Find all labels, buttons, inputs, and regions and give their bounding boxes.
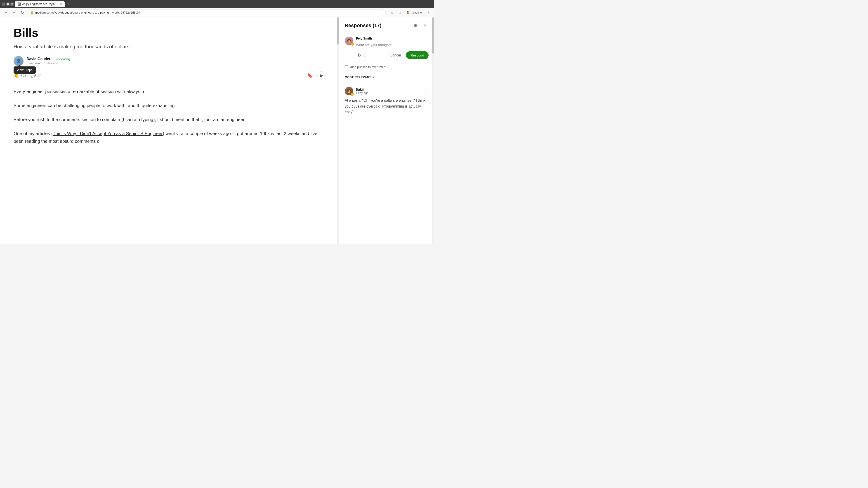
more-options-icon[interactable]: ⋮ — [426, 10, 431, 15]
scrollbar-track — [337, 18, 339, 244]
window-controls: — ⬜ ✕ — [2, 2, 13, 6]
article-title: Bills — [13, 26, 326, 39]
cancel-button[interactable]: Cancel — [387, 52, 404, 59]
comment-name-time: Bakii 1 day ago — [355, 88, 368, 95]
article-area: Bills How a viral article is making me t… — [0, 18, 339, 244]
compose-input[interactable] — [356, 41, 429, 48]
tab-search-icon[interactable]: ⊡ — [397, 10, 403, 15]
url-text: medium.com/@davidgoudet/angry-engineers-… — [35, 11, 383, 14]
publish-row: Also publish to my profile — [339, 63, 434, 72]
article-paragraph-2: Some engineers can be challenging people… — [13, 102, 326, 109]
tab-close-icon[interactable]: ✕ — [60, 2, 62, 6]
comment-icon: 💬 — [31, 73, 36, 78]
author-meta: 5 min read · 1 day ago — [27, 61, 70, 65]
article-subtitle: How a viral article is making me thousan… — [13, 44, 326, 50]
dot-separator: · — [53, 57, 53, 61]
close-icon: ✕ — [423, 23, 427, 28]
listen-button[interactable]: ▶ — [317, 71, 326, 79]
article-body: Every engineer possesses a remarkable ob… — [13, 88, 326, 145]
maximize-button[interactable]: ⬜ — [6, 2, 9, 6]
comments-list: 🧑 ✦ Bakii 1 day ago ··· — [339, 82, 434, 244]
respond-button[interactable]: Respond — [406, 51, 429, 59]
compose-top: 🧑 ✦ Fely Smith — [345, 37, 429, 48]
shield-icon-button[interactable]: ⚙ — [412, 22, 419, 29]
responses-panel: Responses (17) ⚙ ✕ 🧑 ✦ Fely Smith — [339, 18, 434, 244]
responses-scrollbar — [432, 18, 434, 244]
close-responses-button[interactable]: ✕ — [421, 22, 429, 29]
article-actions: 👏 898 💬 17 🔖 ▶ — [13, 70, 326, 79]
forward-button[interactable]: → — [11, 9, 17, 16]
comment-author-info: 🧑 ✦ Bakii 1 day ago — [345, 87, 368, 95]
compose-toolbar: B i Cancel Respond — [345, 51, 429, 59]
comment-count: 17 — [37, 74, 41, 77]
clap-count: 898 — [21, 74, 26, 77]
sort-bar: MOST RELEVANT ▾ — [339, 72, 434, 82]
reload-button[interactable]: ↻ — [19, 9, 25, 16]
incognito-button[interactable]: 🕵 Incognito — [405, 10, 424, 15]
responses-header: Responses (17) ⚙ ✕ — [339, 18, 434, 33]
browser-action-icons: ☆ ⊡ 🕵 Incognito ⋮ — [389, 10, 431, 15]
responses-scrollbar-thumb[interactable] — [432, 18, 434, 54]
author-info: David Goudet · Following 5 min read · 1 … — [27, 57, 70, 65]
address-bar[interactable]: 🔒 medium.com/@davidgoudet/angry-engineer… — [27, 9, 385, 16]
italic-format-button[interactable]: i — [363, 52, 367, 59]
comment-button[interactable]: 💬 17 — [31, 73, 41, 78]
shield-icon: ⚙ — [413, 23, 417, 28]
publish-label: Also publish to my profile — [350, 65, 385, 69]
clap-icon: 👏 — [13, 73, 19, 78]
new-tab-button[interactable]: + — [65, 1, 71, 7]
tab-bar: M Angry Engineers Are Paying M... ✕ + — [15, 1, 432, 7]
back-button[interactable]: ← — [3, 9, 9, 16]
comment-author-name: Bakii — [355, 88, 368, 91]
article-link[interactable]: This is Why I Didn't Accept You as a Sen… — [53, 131, 162, 136]
author-name: David Goudet — [27, 57, 50, 61]
author-row: 👤 David Goudet · Following 5 min read · … — [13, 56, 326, 66]
compose-input-area: Fely Smith — [356, 37, 429, 48]
responses-title: Responses (17) — [345, 23, 381, 29]
author-avatar: 👤 — [13, 56, 24, 66]
minimize-button[interactable]: — — [2, 2, 5, 6]
active-tab[interactable]: M Angry Engineers Are Paying M... ✕ — [15, 1, 65, 7]
comment-header: 🧑 ✦ Bakii 1 day ago ··· — [345, 87, 429, 95]
article-paragraph-1: Every engineer possesses a remarkable ob… — [13, 88, 326, 95]
tab-favicon: M — [18, 2, 21, 6]
comment-timestamp: 1 day ago — [355, 91, 368, 95]
compose-area: 🧑 ✦ Fely Smith B i Cancel Respond — [339, 33, 434, 63]
bookmark-icon[interactable]: ☆ — [389, 10, 395, 15]
close-button[interactable]: ✕ — [10, 2, 13, 6]
save-button[interactable]: 🔖 — [307, 73, 313, 78]
author-name-row: David Goudet · Following — [27, 57, 70, 61]
tab-title: Angry Engineers Are Paying M... — [22, 2, 58, 6]
compose-avatar-badge: ✦ — [351, 42, 354, 46]
comment-body: At a party: "Oh, you're a software engin… — [345, 98, 429, 115]
sort-label: MOST RELEVANT — [345, 75, 371, 79]
browser-chrome: — ⬜ ✕ M Angry Engineers Are Paying M... … — [0, 0, 434, 8]
compose-actions: Cancel Respond — [387, 51, 429, 59]
main-area: Bills How a viral article is making me t… — [0, 18, 434, 244]
scrollbar-thumb[interactable] — [337, 18, 339, 44]
bold-format-button[interactable]: B — [356, 52, 363, 59]
incognito-icon: 🕵 — [406, 11, 410, 14]
sort-chevron-icon[interactable]: ▾ — [373, 75, 375, 79]
compose-user-name: Fely Smith — [356, 37, 429, 40]
responses-header-actions: ⚙ ✕ — [412, 22, 429, 29]
publish-checkbox[interactable] — [345, 65, 348, 69]
following-badge: Following — [56, 57, 70, 61]
address-bar-row: ← → ↻ 🔒 medium.com/@davidgoudet/angry-en… — [0, 8, 434, 18]
comment-avatar-badge: ✦ — [350, 93, 354, 96]
article-paragraph-4: One of my articles (This is Why I Didn't… — [13, 130, 326, 145]
incognito-label: Incognito — [411, 11, 422, 14]
article-paragraph-3: Before you rush to the comments section … — [13, 116, 326, 123]
table-row: 🧑 ✦ Bakii 1 day ago ··· — [345, 87, 429, 115]
comment-menu-button[interactable]: ··· — [425, 89, 429, 94]
clap-button[interactable]: 👏 898 — [13, 73, 26, 78]
